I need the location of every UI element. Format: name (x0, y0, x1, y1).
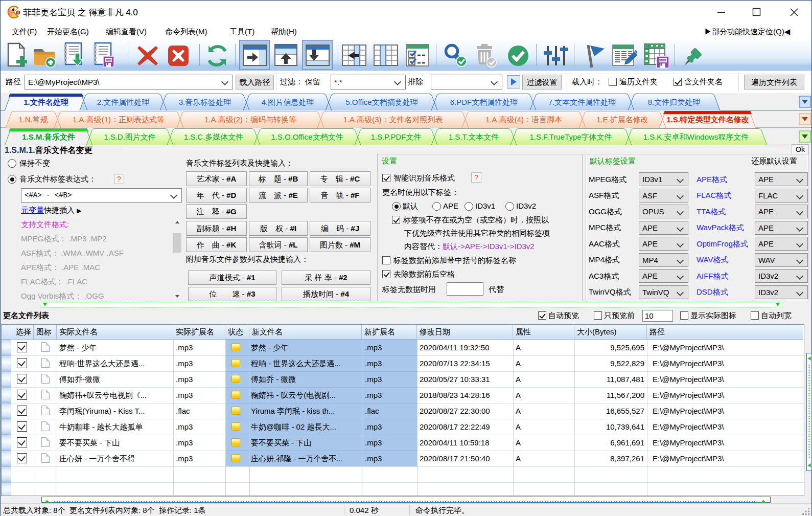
svg-text:1.A.高级(1)：正则表达式等: 1.A.高级(1)：正则表达式等 (73, 115, 165, 124)
svg-text:1.S.特定类型文件名修改: 1.S.特定类型文件名修改 (666, 115, 749, 124)
svg-text:2.文件属性处理: 2.文件属性处理 (97, 98, 150, 106)
svg-text:1.S.K.安卓和Windows程序文件: 1.S.K.安卓和Windows程序文件 (643, 132, 749, 141)
svg-text:1.S.F.TrueType字体文件: 1.S.F.TrueType字体文件 (529, 132, 612, 141)
svg-text:1.S.P.PDF文件: 1.S.P.PDF文件 (371, 132, 422, 141)
svg-text:1.A.高级(2)：编码与转换等: 1.A.高级(2)：编码与转换等 (204, 115, 296, 124)
svg-text:1.S.M.音乐文件: 1.S.M.音乐文件 (22, 132, 75, 141)
svg-text:6.PDF文档属性处理: 6.PDF文档属性处理 (450, 98, 518, 106)
svg-text:1.A.高级(4)：语言脚本: 1.A.高级(4)：语言脚本 (485, 115, 562, 124)
svg-text:3.音乐标签处理: 3.音乐标签处理 (179, 98, 231, 106)
svg-text:7.文本文件属性处理: 7.文本文件属性处理 (548, 98, 616, 106)
svg-text:1.A.高级(3)：文件名对照列表: 1.A.高级(3)：文件名对照列表 (343, 115, 443, 124)
svg-text:1.S.D.图片文件: 1.S.D.图片文件 (104, 132, 156, 141)
svg-text:8.文件归类处理: 8.文件归类处理 (648, 98, 701, 106)
svg-text:1.N.常规: 1.N.常规 (18, 115, 48, 124)
svg-text:5.Office文档摘要处理: 5.Office文档摘要处理 (345, 98, 417, 106)
svg-text:1.S.O.Office文档文件: 1.S.O.Office文档文件 (271, 132, 343, 141)
svg-text:1.S.T.文本文件: 1.S.T.文本文件 (449, 132, 499, 141)
svg-text:1.文件名处理: 1.文件名处理 (24, 98, 69, 106)
svg-text:1.E.扩展名修改: 1.E.扩展名修改 (596, 115, 648, 124)
svg-text:1.S.C.多媒体文件: 1.S.C.多媒体文件 (184, 132, 244, 141)
svg-text:4.图片信息处理: 4.图片信息处理 (262, 98, 314, 106)
